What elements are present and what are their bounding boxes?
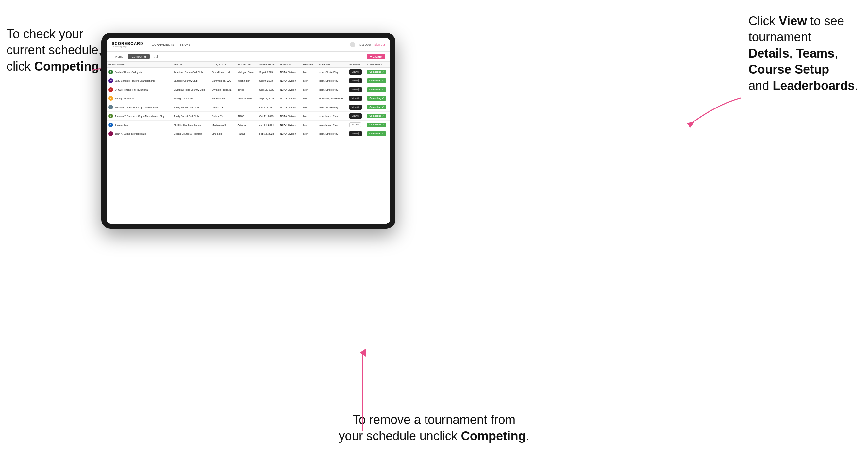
view-button[interactable]: View ⓘ (349, 69, 362, 74)
table-row: I OFCC Fighting Illini Invitational Olym… (106, 85, 390, 94)
view-button[interactable]: View ⓘ (349, 87, 362, 92)
tournaments-table: EVENT NAME VENUE CITY, STATE HOSTED BY S… (106, 62, 390, 138)
cell-scoring: team, Stroke Play (317, 129, 347, 138)
competing-button[interactable]: Competing ✓ (367, 114, 386, 118)
cell-hosted: Michigan State (236, 68, 257, 76)
nav-teams[interactable]: TEAMS (180, 43, 191, 46)
team-logo: J (108, 105, 113, 110)
tablet-screen: SCOREBOARD Powered by clippi TOURNAMENTS… (106, 38, 390, 223)
cell-gender: Men (301, 94, 317, 103)
table-body: F Folds of Honor Collegiate American Dun… (106, 68, 390, 138)
table-row: J Jackson T. Stephens Cup – Men's Match … (106, 112, 390, 121)
cell-division: NCAA Division I (278, 68, 301, 76)
col-start: START DATE (257, 62, 278, 68)
competing-cell: Competing ✓ (365, 112, 390, 121)
competing-button[interactable]: Competing ✓ (367, 105, 386, 110)
event-name: 2023 Sahalee Players Championship (115, 80, 155, 82)
team-logo: H (108, 131, 113, 136)
event-name: John A. Burns Intercollegiate (115, 132, 146, 135)
cell-gender: Men (301, 121, 317, 129)
filter-tabs: Home Competing All (112, 54, 161, 60)
cell-start: Sep 4, 2023 (257, 68, 278, 76)
nav-links: TOURNAMENTS TEAMS (150, 43, 190, 46)
table-row: P Papago Individual Papago Golf ClubPhoe… (106, 94, 390, 103)
cell-venue: Sahalee Country Club (172, 76, 210, 85)
tab-home[interactable]: Home (112, 54, 127, 60)
team-logo: I (108, 87, 113, 92)
table-row: J Jackson T. Stephens Cup – Stroke Play … (106, 103, 390, 112)
competing-button[interactable]: Competing ✓ (367, 79, 386, 83)
event-name: Jackson T. Stephens Cup – Men's Match Pl… (115, 115, 164, 118)
cell-city: Maricopa, AZ (210, 121, 235, 129)
event-name: Papago Individual (115, 97, 134, 100)
table-row: F Folds of Honor Collegiate American Dun… (106, 68, 390, 76)
competing-button[interactable]: Competing ✓ (367, 123, 386, 127)
cell-start: Oct 11, 2023 (257, 112, 278, 121)
actions-cell: View ⓘ (347, 68, 365, 76)
view-button[interactable]: View ⓘ (349, 114, 362, 119)
team-logo: A (108, 123, 113, 127)
table-row: H John A. Burns Intercollegiate Ocean Co… (106, 129, 390, 138)
view-button[interactable]: View ⓘ (349, 96, 362, 101)
competing-cell: Competing ✓ (365, 121, 390, 129)
header-right: Test User Sign out (350, 42, 385, 48)
cell-venue: Ak-Chin Southern Dunes (172, 121, 210, 129)
user-icon (350, 42, 355, 48)
col-event-name: EVENT NAME (106, 62, 172, 68)
cell-hosted: Washington (236, 76, 257, 85)
competing-cell: Competing ✓ (365, 68, 390, 76)
event-name: OFCC Fighting Illini Invitational (115, 88, 148, 91)
competing-button[interactable]: Competing ✓ (367, 131, 386, 136)
tab-competing[interactable]: Competing (128, 54, 150, 60)
event-name: Jackson T. Stephens Cup – Stroke Play (115, 106, 158, 109)
arrow-right-to-actions (678, 92, 744, 131)
sign-out-link[interactable]: Sign out (374, 43, 385, 46)
cell-venue: Papago Golf Club (172, 94, 210, 103)
cell-city: Dallas, TX (210, 112, 235, 121)
event-name-cell: I OFCC Fighting Illini Invitational (106, 85, 172, 94)
col-division: DIVISION (278, 62, 301, 68)
cell-venue: Trinity Forest Golf Club (172, 112, 210, 121)
event-name-cell: J Jackson T. Stephens Cup – Men's Match … (106, 112, 172, 121)
cell-hosted: Hawaii (236, 129, 257, 138)
cell-city: Grand Haven, MI (210, 68, 235, 76)
table-row: A Copper Cup Ak-Chin Southern DunesMaric… (106, 121, 390, 129)
app-header: SCOREBOARD Powered by clippi TOURNAMENTS… (106, 38, 390, 52)
cell-city: Lihue, HI (210, 129, 235, 138)
competing-button[interactable]: Competing ✓ (367, 70, 386, 74)
tablet-frame: SCOREBOARD Powered by clippi TOURNAMENTS… (101, 33, 396, 229)
competing-button[interactable]: Competing ✓ (367, 96, 386, 101)
cell-scoring: team, Stroke Play (317, 85, 347, 94)
col-hosted: HOSTED BY (236, 62, 257, 68)
cell-hosted: ABAC (236, 112, 257, 121)
cell-scoring: team, Match Play (317, 112, 347, 121)
cell-gender: Men (301, 112, 317, 121)
create-button[interactable]: + Create (367, 54, 385, 60)
competing-button[interactable]: Competing ✓ (367, 87, 386, 92)
cell-scoring: team, Stroke Play (317, 103, 347, 112)
competing-cell: Competing ✓ (365, 94, 390, 103)
view-button[interactable]: View ⓘ (349, 78, 362, 83)
actions-cell: View ⓘ (347, 103, 365, 112)
nav-tournaments[interactable]: TOURNAMENTS (150, 43, 175, 46)
tab-all[interactable]: All (151, 54, 161, 60)
col-venue: VENUE (172, 62, 210, 68)
annotation-right: Click View to see tournament Details, Te… (748, 13, 858, 94)
cell-division: NCAA Division I (278, 121, 301, 129)
actions-cell: View ⓘ (347, 85, 365, 94)
cell-start: Sep 9, 2023 (257, 76, 278, 85)
competing-cell: Competing ✓ (365, 76, 390, 85)
cell-hosted (236, 103, 257, 112)
cell-gender: Men (301, 129, 317, 138)
event-name: Copper Cup (115, 124, 128, 126)
view-button[interactable]: View ⓘ (349, 104, 362, 110)
actions-cell: View ⓘ (347, 129, 365, 138)
edit-button[interactable]: ✏ Edit (349, 122, 361, 127)
view-button[interactable]: View ⓘ (349, 131, 362, 136)
team-logo: F (108, 70, 113, 74)
cell-start: Sep 15, 2023 (257, 85, 278, 94)
cell-division: NCAA Division I (278, 112, 301, 121)
arrow-bottom-to-competing (356, 349, 369, 434)
cell-division: NCAA Division I (278, 94, 301, 103)
cell-start: Oct 9, 2023 (257, 103, 278, 112)
